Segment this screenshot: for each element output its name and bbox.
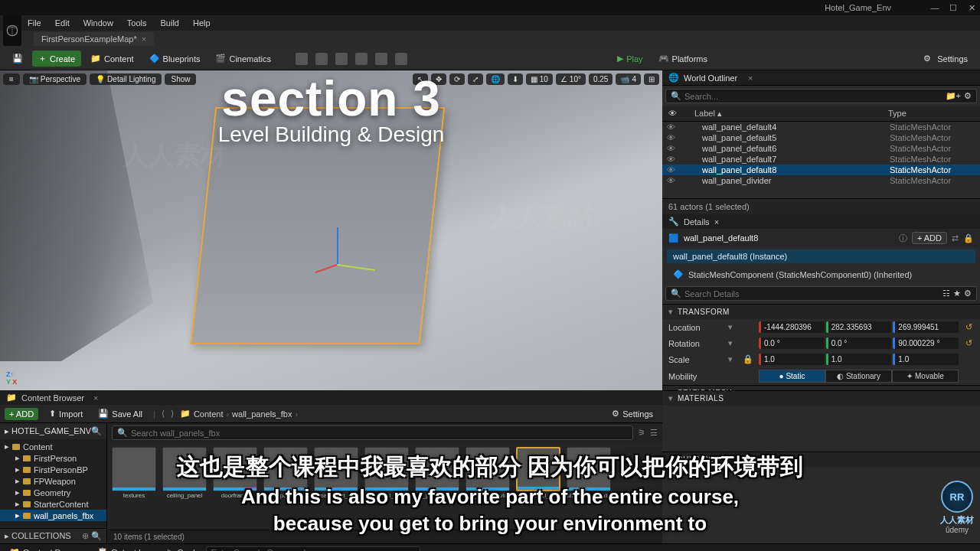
- outliner-close-icon[interactable]: ×: [748, 73, 753, 83]
- cb-add-button[interactable]: + ADD: [5, 408, 38, 420]
- save-button[interactable]: 💾: [6, 51, 29, 67]
- asset-item[interactable]: ceiling_panel: [162, 447, 207, 525]
- details-close-icon[interactable]: ×: [714, 217, 719, 227]
- menu-tools[interactable]: Tools: [127, 18, 147, 28]
- history-back-icon[interactable]: ⟨: [162, 409, 165, 419]
- cb-filter2-icon[interactable]: ☰: [650, 428, 658, 438]
- menu-window[interactable]: Window: [83, 18, 113, 28]
- platforms-button[interactable]: 🎮Platforms: [652, 51, 714, 67]
- tree-item[interactable]: ▸FirstPersonBP: [0, 464, 106, 475]
- maximize-viewport-icon[interactable]: ⊞: [644, 73, 659, 85]
- grid-snap[interactable]: ▦10: [526, 73, 553, 85]
- favorite-icon[interactable]: ★: [953, 289, 961, 298]
- camera-speed[interactable]: 📹4: [616, 73, 641, 85]
- gizmo-x-axis[interactable]: [337, 264, 375, 271]
- brush-mode-icon[interactable]: [395, 53, 407, 65]
- surface-snap-icon[interactable]: ⬇: [508, 73, 523, 85]
- output-log-button[interactable]: 📋Output Log: [93, 546, 157, 551]
- mesh-paint-icon[interactable]: [355, 53, 368, 65]
- reset-location-icon[interactable]: ↺: [963, 322, 974, 332]
- help-icon[interactable]: ⓘ: [899, 233, 907, 244]
- tree-item[interactable]: ▸FirstPerson: [0, 452, 106, 464]
- visibility-toggle-icon[interactable]: 👁: [667, 165, 679, 174]
- visibility-toggle-icon[interactable]: 👁: [667, 122, 679, 132]
- cb-tree-header[interactable]: ▸ HOTEL_GAME_ENV 🔍: [0, 423, 106, 439]
- asset-item[interactable]: wall_panel_alt_corner: [314, 447, 358, 525]
- cinematics-button[interactable]: 🎬Cinematics: [209, 51, 276, 67]
- foliage-mode-icon[interactable]: [335, 53, 348, 65]
- blueprints-button[interactable]: 🔷Blueprints: [143, 51, 207, 67]
- map-tab-close-icon[interactable]: ×: [142, 34, 146, 44]
- add-component-button[interactable]: + ADD: [912, 232, 947, 244]
- details-search-input[interactable]: [684, 289, 939, 298]
- outliner-search-input[interactable]: [684, 92, 942, 101]
- scale-dropdown[interactable]: ▾: [728, 354, 737, 364]
- menu-help[interactable]: Help: [193, 18, 211, 28]
- play-button[interactable]: ▶Play: [611, 51, 648, 66]
- content-button[interactable]: 📁Content: [84, 51, 140, 67]
- location-x[interactable]: -1444.280396: [759, 321, 825, 333]
- map-tab[interactable]: FirstPersonExampleMap* ×: [34, 32, 154, 46]
- asset-item[interactable]: doorframe: [213, 447, 257, 525]
- cb-saveall-button[interactable]: 💾Save All: [93, 407, 147, 420]
- close-icon[interactable]: ✕: [966, 2, 977, 13]
- location-dropdown[interactable]: ▾: [728, 322, 737, 332]
- tree-item[interactable]: ▸StarterContent: [0, 498, 106, 510]
- cb-filter-icon[interactable]: ⚞: [638, 428, 645, 438]
- add-folder-icon[interactable]: 📁+: [946, 91, 961, 101]
- outliner-row[interactable]: 👁wall_panel_default6StaticMeshActor: [662, 143, 980, 154]
- outliner-row[interactable]: 👁wall_panel_default7StaticMeshActor: [662, 154, 980, 165]
- content-drawer-button[interactable]: 📁Content Drawer: [5, 546, 87, 551]
- history-fwd-icon[interactable]: ⟩: [171, 409, 174, 419]
- asset-item[interactable]: wall_panel_window: [567, 447, 611, 525]
- outliner-row[interactable]: 👁wall_panel_default8StaticMeshActor: [662, 165, 980, 175]
- outliner-row[interactable]: 👁wall_panel_dividerStaticMeshActor: [662, 175, 980, 186]
- details-settings-icon[interactable]: ⚙: [964, 289, 972, 298]
- visibility-toggle-icon[interactable]: 👁: [667, 176, 679, 185]
- fracture-mode-icon[interactable]: [375, 53, 387, 65]
- outliner-search[interactable]: 🔍 📁+ ⚙: [665, 89, 977, 103]
- scale-lock-icon[interactable]: 🔒: [742, 354, 754, 364]
- filter-icon[interactable]: ☷: [942, 289, 950, 298]
- settings-button[interactable]: ⚙Settings: [917, 51, 974, 67]
- location-y[interactable]: 282.335693: [826, 321, 892, 333]
- crumb-content[interactable]: Content: [194, 409, 224, 419]
- maximize-icon[interactable]: ☐: [948, 2, 959, 13]
- scale-snap[interactable]: 0.25: [589, 73, 612, 85]
- asset-item[interactable]: wall_panel_divider: [466, 447, 510, 525]
- type-column[interactable]: Type: [888, 109, 974, 119]
- viewport-perspective[interactable]: 📷Perspective: [23, 73, 87, 85]
- visibility-toggle-icon[interactable]: 👁: [667, 144, 679, 153]
- viewport-show[interactable]: Show: [165, 73, 196, 85]
- add-collection-icon[interactable]: ⊕ 🔍: [82, 531, 102, 541]
- scale-z[interactable]: 1.0: [893, 354, 959, 365]
- scale-x[interactable]: 1.0: [759, 354, 825, 365]
- menu-build[interactable]: Build: [161, 18, 179, 28]
- cb-search[interactable]: 🔍: [112, 425, 633, 440]
- tree-item[interactable]: ▸wall_panels_fbx: [0, 510, 106, 521]
- create-button[interactable]: ＋Create: [32, 51, 81, 67]
- rotation-y[interactable]: 0.0 °: [826, 337, 892, 349]
- cb-close-icon[interactable]: ×: [93, 393, 98, 403]
- location-z[interactable]: 269.999451: [893, 321, 959, 333]
- mobility-stationary[interactable]: ◐ Stationary: [825, 370, 892, 383]
- menu-edit[interactable]: Edit: [55, 18, 70, 28]
- outliner-row[interactable]: 👁wall_panel_default5StaticMeshActor: [662, 132, 980, 143]
- transform-gizmo[interactable]: [322, 227, 383, 289]
- cb-import-button[interactable]: ⬆Import: [44, 407, 87, 420]
- minimize-icon[interactable]: —: [929, 2, 940, 13]
- visibility-column-icon[interactable]: 👁: [668, 109, 681, 119]
- viewport-menu[interactable]: ≡: [3, 73, 20, 85]
- tree-item[interactable]: ▸Content: [0, 441, 106, 452]
- cb-settings-button[interactable]: ⚙Settings: [607, 407, 658, 420]
- tree-item[interactable]: ▸Geometry: [0, 487, 106, 498]
- mobility-static[interactable]: ● Static: [759, 370, 825, 383]
- asset-item[interactable]: wall_panel_default: [415, 447, 459, 525]
- gizmo-z-axis[interactable]: [337, 227, 338, 266]
- crumb-folder[interactable]: wall_panels_fbx: [232, 409, 292, 419]
- physics-section-header[interactable]: ▾PHYSICS: [662, 452, 980, 467]
- rotate-tool-icon[interactable]: ⟳: [449, 73, 465, 85]
- rotation-x[interactable]: 0.0 °: [759, 337, 825, 349]
- reset-rotation-icon[interactable]: ↺: [963, 338, 974, 348]
- component-row[interactable]: 🔷 StaticMeshComponent (StaticMeshCompone…: [667, 267, 975, 282]
